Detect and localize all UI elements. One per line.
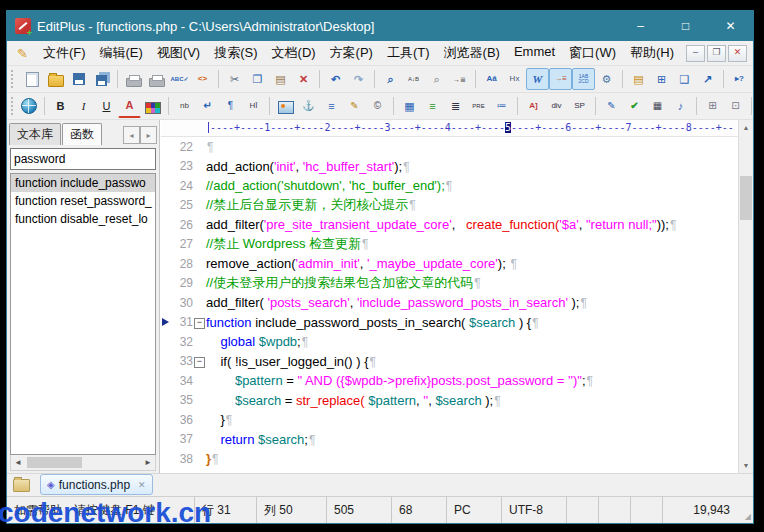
scrollbar-thumb[interactable]	[740, 176, 752, 220]
hex-viewer-icon[interactable]: Hx	[503, 68, 526, 90]
nbsp-icon[interactable]: nb	[173, 95, 196, 117]
cut-icon[interactable]: ✂	[223, 68, 246, 90]
vertical-scrollbar[interactable]: ▲ ▼	[738, 120, 753, 473]
copyright-icon[interactable]: ©	[366, 95, 389, 117]
line-numbers-icon[interactable]: 1AB 2CD	[572, 68, 595, 90]
menu-item-t[interactable]: 工具(T)	[380, 42, 437, 64]
indent-icon[interactable]: →≡	[549, 68, 572, 90]
minimize-button[interactable]: –	[618, 11, 663, 41]
syntax-check-icon[interactable]: ✔	[623, 95, 646, 117]
find-icon[interactable]: ⌕	[379, 68, 402, 90]
italic-icon[interactable]: I	[72, 95, 95, 117]
custom-toolbar-icon[interactable]	[756, 95, 764, 117]
print-preview-icon[interactable]	[122, 68, 145, 90]
scroll-up-icon[interactable]: ▲	[739, 120, 753, 135]
save-icon[interactable]	[67, 68, 90, 90]
browser-view-icon[interactable]: ❑	[673, 68, 696, 90]
new-file-icon[interactable]	[21, 68, 44, 90]
code-area[interactable]: 22¶23add_action('init', 'hc_buffer_start…	[161, 137, 738, 473]
replace-icon[interactable]: A↓B	[402, 68, 425, 90]
print-icon[interactable]	[145, 68, 168, 90]
function-list-item[interactable]: function reset_password_	[11, 192, 155, 210]
toolbar-grip[interactable]	[11, 97, 13, 115]
document-list-icon[interactable]: ▤	[627, 68, 650, 90]
preferences-icon[interactable]: ⚙	[595, 68, 618, 90]
scrollbar-thumb[interactable]	[27, 457, 82, 468]
function-list-item[interactable]: function disable_reset_lo	[11, 210, 155, 228]
span-tag-icon[interactable]: SP	[568, 95, 591, 117]
menu-item-p[interactable]: 方案(P)	[323, 42, 380, 64]
scroll-left-icon[interactable]: ◄	[11, 456, 25, 469]
maximize-button[interactable]: □	[663, 11, 708, 41]
hr-icon[interactable]: ≡	[320, 95, 343, 117]
folder-icon[interactable]	[13, 479, 30, 492]
music-icon[interactable]: ♪	[669, 95, 692, 117]
scroll-right-icon[interactable]: ►	[141, 456, 155, 469]
menu-item-e[interactable]: 编辑(E)	[93, 42, 150, 64]
font-icon[interactable]: Aā	[480, 68, 503, 90]
open-file-icon[interactable]	[44, 68, 67, 90]
save-all-icon[interactable]	[90, 68, 113, 90]
heading-icon[interactable]: HĪ	[242, 95, 265, 117]
menu-item-v[interactable]: 视图(V)	[150, 42, 207, 64]
script-edit-icon[interactable]: ✎	[600, 95, 623, 117]
scroll-down-icon[interactable]: ▼	[739, 458, 753, 473]
color-picker-icon[interactable]	[141, 95, 164, 117]
menu-item-s[interactable]: 搜索(S)	[207, 42, 264, 64]
menu-item-w[interactable]: 窗口(W)	[562, 42, 623, 64]
resize-grip-icon[interactable]: ◢	[738, 497, 753, 523]
find-in-files-icon[interactable]: ⌕	[425, 68, 448, 90]
spell-check-icon[interactable]: ABC✓	[168, 68, 191, 90]
close-button[interactable]: ✕	[708, 11, 753, 41]
paragraph-icon[interactable]: ¶	[219, 95, 242, 117]
goto-line-icon[interactable]: →≣	[448, 68, 471, 90]
div-left-icon[interactable]: ≡	[421, 95, 444, 117]
tab-functions-php[interactable]: ◈ functions.php ✕	[40, 474, 153, 495]
mdi-restore-button[interactable]: ❐	[707, 45, 726, 62]
image-icon[interactable]	[274, 95, 297, 117]
delete-icon[interactable]: ✕	[292, 68, 315, 90]
menu-item-emmet[interactable]: Emmet	[507, 42, 562, 64]
toolbar-grip[interactable]	[11, 70, 17, 88]
form-field-icon[interactable]: ⊞	[701, 95, 724, 117]
media-icon[interactable]: ▦	[646, 95, 669, 117]
div-tag-icon[interactable]: div	[545, 95, 568, 117]
named-anchor-icon[interactable]: A]	[522, 95, 545, 117]
tab-close-icon[interactable]: ✕	[138, 480, 146, 490]
function-search-input[interactable]	[10, 148, 156, 170]
window-tabs-icon[interactable]: ⊞	[650, 68, 673, 90]
open-external-icon[interactable]: ↗	[696, 68, 719, 90]
menu-item-h[interactable]: 帮助(H)	[623, 42, 681, 64]
fold-toggle[interactable]: −	[193, 313, 206, 331]
sidebar-tab-cliptext[interactable]: 文本库	[9, 123, 61, 145]
menu-item-b[interactable]: 浏览器(B)	[437, 42, 507, 64]
sidebar-tab-functions[interactable]: 函数	[62, 123, 102, 145]
sidebar-horizontal-scrollbar[interactable]: ◄ ►	[10, 455, 156, 471]
line-break-icon[interactable]: ↵	[196, 95, 219, 117]
word-wrap-icon[interactable]: W	[526, 68, 549, 90]
anchor-icon[interactable]: ⚓	[297, 95, 320, 117]
function-list-item[interactable]: function include_passwo	[11, 174, 155, 192]
text-field-icon[interactable]: ✎	[343, 95, 366, 117]
undo-icon[interactable]: ↶	[324, 68, 347, 90]
mdi-close-button[interactable]: ✕	[728, 45, 747, 62]
font-color-icon[interactable]: A	[118, 95, 141, 118]
code-tags-icon[interactable]: <>	[191, 68, 214, 90]
menu-item-d[interactable]: 文档(D)	[265, 42, 323, 64]
paste-icon[interactable]: ▤	[269, 68, 292, 90]
menu-item-f[interactable]: 文件(F)	[36, 42, 93, 64]
browser-preview-icon[interactable]	[17, 95, 40, 117]
context-help-icon[interactable]: ▸?	[728, 68, 751, 90]
list-icon[interactable]: ≔	[490, 95, 513, 117]
fold-toggle[interactable]: −	[193, 352, 206, 370]
underline-icon[interactable]: U	[95, 95, 118, 117]
pre-icon[interactable]: PRE	[467, 95, 490, 117]
form-options-icon[interactable]: ⊡	[724, 95, 747, 117]
table-icon[interactable]: ▦	[398, 95, 421, 117]
tab-scroll-right-icon[interactable]: ▸	[140, 126, 157, 144]
copy-icon[interactable]: ❐	[246, 68, 269, 90]
align-center-icon[interactable]: ≣	[444, 95, 467, 117]
bold-icon[interactable]: B	[49, 95, 72, 117]
tab-scroll-left-icon[interactable]: ◂	[123, 126, 140, 144]
redo-icon[interactable]: ↷	[347, 68, 370, 90]
